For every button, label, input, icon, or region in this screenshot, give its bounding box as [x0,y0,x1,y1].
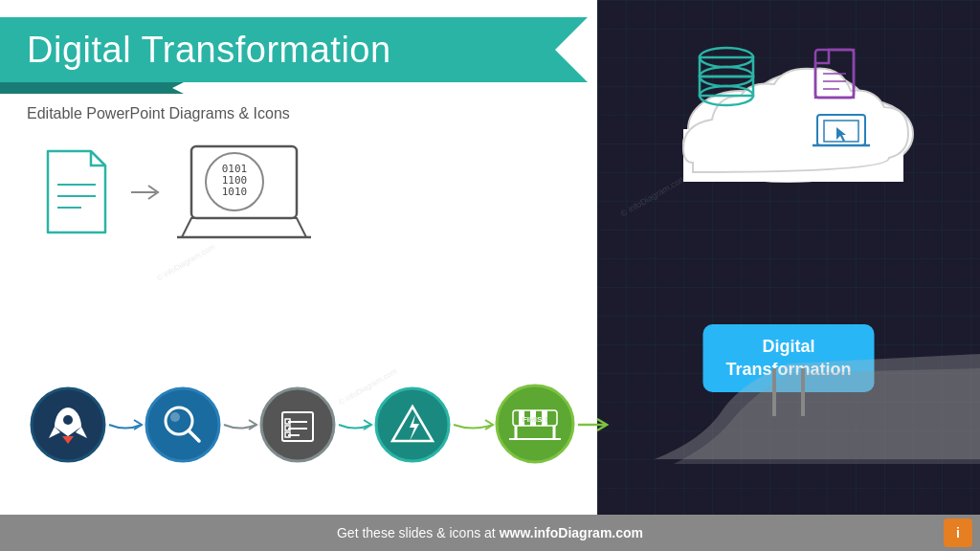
arrow-to-laptop [129,178,163,207]
main-title: Digital Transformation [27,30,391,71]
svg-point-32 [146,388,219,461]
subtitle: Editable PowerPoint Diagrams & Icons [27,105,290,122]
title-banner: Digital Transformation [0,17,555,82]
step-5-circle: FINISH FINISH [495,384,576,465]
logo-symbol: i [956,525,960,540]
step-arrow-1 [107,414,144,435]
bottom-url: www.infoDiagram.com [500,525,643,540]
road-svg [597,354,980,469]
cloud-section [626,38,970,191]
svg-point-31 [63,415,73,425]
step-1-circle [29,386,107,464]
svg-point-35 [170,412,180,422]
svg-text:1010: 1010 [222,186,248,198]
title-stripe [0,82,172,94]
step-arrow-4 [452,414,495,435]
step-4-circle [373,386,452,464]
svg-point-36 [261,388,334,461]
cloud-svg [664,38,932,191]
step-arrow-3 [337,414,373,435]
logo-box: i [944,518,972,547]
svg-rect-56 [547,410,557,426]
laptop-binary-icon: 0101 1100 1010 [177,142,311,242]
bottom-text: Get these slides & icons at www.infoDiag… [337,525,643,540]
step-arrow-2 [222,414,258,435]
document-icon [38,146,115,237]
bottom-bar: Get these slides & icons at www.infoDiag… [0,515,980,551]
doc-diagram: 0101 1100 1010 [38,142,311,242]
step-final-arrow [576,414,612,435]
svg-text:FINISH: FINISH [523,415,547,424]
step-2-circle [144,386,222,464]
svg-rect-53 [513,410,519,426]
step-3-circle [258,386,337,464]
right-panel: Digital Transformation © infoDiagram.com [597,0,980,517]
steps-row: FINISH FINISH [29,384,612,465]
